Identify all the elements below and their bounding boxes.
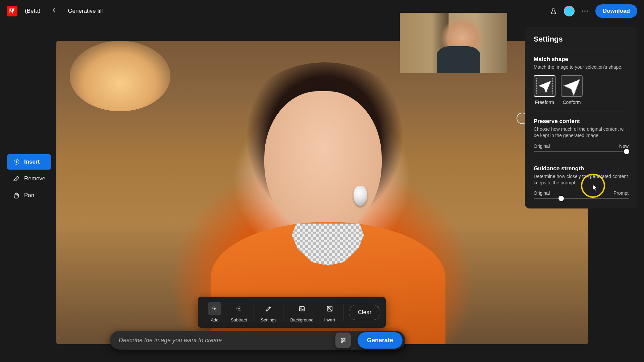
guidance-left-label: Original [534,190,550,196]
invert-icon [326,305,333,312]
preserve-title: Preserve content [534,118,629,125]
preserve-right-label: New [619,143,629,149]
settings-divider [534,159,629,159]
more-icon[interactable] [581,7,589,15]
settings-title: Settings [534,35,629,44]
insert-icon [13,158,20,166]
shape-conform-label: Conform [563,100,581,105]
guidance-right-label: Prompt [613,190,629,196]
preserve-slider-labels: Original New [534,143,629,149]
sel-add-label: Add [211,317,218,322]
top-bar-right: Download [550,4,637,18]
top-bar: (Beta) Generative fill Download [0,0,644,22]
shape-conform[interactable]: Conform [561,75,583,105]
svg-point-1 [584,10,586,12]
guidance-slider-labels: Original Prompt [534,190,629,196]
webcam-person [437,46,480,73]
sel-background-label: Background [290,317,313,322]
preserve-subtitle: Choose how much of the original content … [534,126,629,139]
settings-panel: Settings Match shape Match the image to … [525,27,637,208]
tool-pan-label: Pan [24,192,34,199]
selection-toolbar: Add Subtract Settings Background Invert … [198,297,386,328]
preserve-left-label: Original [534,143,550,149]
tool-insert[interactable]: Insert [7,154,51,170]
adobe-logo-icon [9,8,15,14]
prompt-bar: Generate [110,330,405,350]
subtract-selection-icon [235,305,243,312]
webcam-overlay [400,13,507,73]
sel-subtract-button[interactable]: Subtract [226,301,252,324]
sel-background-button[interactable]: Background [285,301,318,324]
toolbar-divider [283,304,283,321]
shape-freeform[interactable]: Freeform [534,75,555,105]
shape-freeform-label: Freeform [535,100,554,105]
left-toolbar: Insert Remove Pan [7,154,51,203]
background-icon [298,305,306,312]
tool-remove-label: Remove [24,175,45,182]
beta-label: (Beta) [25,8,40,14]
photo-face [264,91,382,235]
download-button[interactable]: Download [595,4,637,18]
sel-invert-button[interactable]: Invert [318,301,341,324]
sliders-icon [339,337,347,344]
add-selection-icon [211,305,218,312]
svg-point-2 [586,10,588,12]
sel-subtract-label: Subtract [231,317,247,322]
match-shape-subtitle: Match the image to your selection's shap… [534,64,629,70]
settings-divider [534,112,629,112]
photo-earring [354,186,367,206]
sel-invert-label: Invert [324,317,335,322]
guidance-slider[interactable] [534,198,629,199]
toolbar-divider [254,304,254,321]
tool-remove[interactable]: Remove [7,171,51,186]
guidance-slider-thumb[interactable] [558,196,564,201]
sel-add-button[interactable]: Add [203,301,226,324]
preserve-slider-thumb[interactable] [624,149,629,154]
airplane-dashed-icon [562,76,582,96]
toolbar-divider [343,304,343,321]
match-shape-title: Match shape [534,56,629,63]
svg-point-7 [301,307,302,308]
preserve-slider[interactable] [534,151,629,152]
settings-divider [534,50,629,50]
user-avatar[interactable] [564,6,575,16]
prompt-settings-button[interactable] [335,333,351,348]
hand-icon [13,192,20,199]
sel-settings-label: Settings [261,317,276,322]
svg-point-10 [344,340,345,341]
top-bar-left: (Beta) Generative fill [7,5,103,17]
tool-insert-label: Insert [24,159,40,165]
svg-rect-6 [300,307,305,311]
brush-settings-icon [265,305,272,312]
clear-button[interactable]: Clear [349,305,381,320]
page-title: Generative fill [68,8,103,14]
eraser-icon [13,175,20,182]
match-shape-options: Freeform Conform [534,75,629,105]
guidance-title: Guidance strength [534,165,629,172]
guidance-subtitle: Determine how closely the generated cont… [534,173,629,186]
flask-icon[interactable] [550,7,557,15]
generate-button[interactable]: Generate [358,332,402,349]
photo-lamp [70,41,170,111]
prompt-input-wrap: Generate [110,331,405,350]
svg-point-11 [341,341,342,343]
tool-pan[interactable]: Pan [7,188,51,203]
sel-settings-button[interactable]: Settings [256,301,281,324]
svg-point-9 [341,338,343,339]
back-button[interactable] [48,5,60,17]
adobe-logo[interactable] [7,6,17,16]
chevron-left-icon [51,7,57,13]
svg-point-0 [582,10,584,12]
